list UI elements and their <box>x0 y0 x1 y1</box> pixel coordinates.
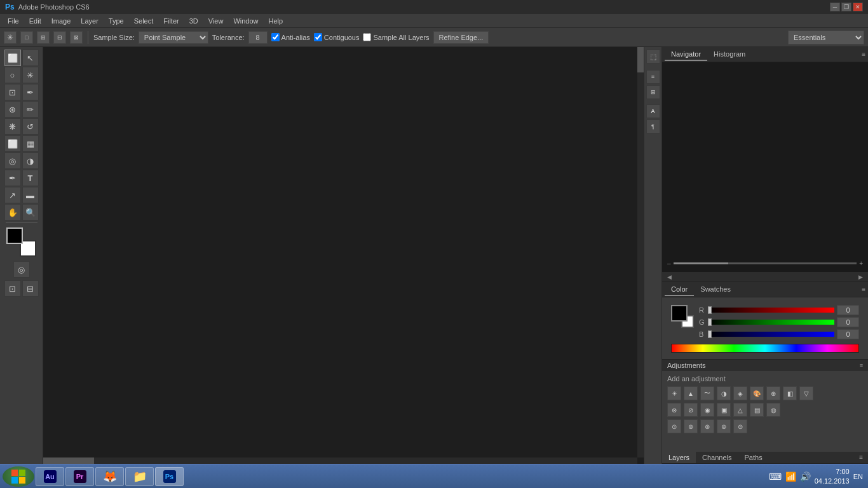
menu-image[interactable]: Image <box>46 16 76 26</box>
screen-mode-tool[interactable]: ⊡ <box>4 280 21 297</box>
tab-channels[interactable]: Channels <box>696 452 738 463</box>
close-button[interactable]: ✕ <box>853 3 863 11</box>
menu-filter[interactable]: Filter <box>158 16 184 26</box>
frame-tool[interactable]: ⊟ <box>22 280 39 297</box>
adj-posterize[interactable]: ▣ <box>717 403 731 417</box>
adjustments-header[interactable]: Adjustments ≡ <box>662 360 868 371</box>
taskbar-firefox[interactable]: 🦊 <box>95 467 124 486</box>
taskbar-filemanager[interactable]: 📁 <box>125 467 154 486</box>
spot-healing-tool[interactable]: ⊛ <box>4 101 21 118</box>
blur-tool[interactable]: ◎ <box>4 152 21 169</box>
adj-icon-c[interactable]: ⊛ <box>700 419 714 433</box>
contiguous-check[interactable]: Contiguous <box>314 33 360 41</box>
taskbar-audition[interactable]: Au <box>36 467 64 486</box>
blue-input[interactable]: 0 <box>837 329 859 339</box>
nav-arrow-right[interactable]: ▶ <box>858 274 863 280</box>
tab-paths[interactable]: Paths <box>738 452 769 463</box>
adj-gradmap[interactable]: ▤ <box>750 403 764 417</box>
adj-exposure[interactable]: ◑ <box>717 386 731 400</box>
menu-layer[interactable]: Layer <box>76 16 104 26</box>
adj-icon-d[interactable]: ⊜ <box>717 419 731 433</box>
layers-expand[interactable]: ≡ <box>854 452 868 463</box>
scrollbar-v-thumb[interactable] <box>637 47 644 72</box>
subtract-selection-icon[interactable]: ⊟ <box>53 31 66 44</box>
adj-brightness[interactable]: ☀ <box>667 386 681 400</box>
move-tool[interactable]: ↖ <box>22 50 39 66</box>
adj-levels[interactable]: ▲ <box>684 386 698 400</box>
gradient-tool[interactable]: ▦ <box>22 135 39 152</box>
tolerance-input[interactable] <box>248 31 268 44</box>
vert-btn-1[interactable]: ⬚ <box>646 50 660 64</box>
vert-btn-5[interactable]: ¶ <box>646 119 660 133</box>
adj-colorbalance[interactable]: ⊕ <box>766 386 780 400</box>
taskbar-photoshop[interactable]: Ps <box>155 467 184 486</box>
eraser-tool[interactable]: ⬜ <box>4 135 21 152</box>
green-slider-thumb[interactable] <box>708 318 712 326</box>
adj-icon-e[interactable]: ⊝ <box>733 419 747 433</box>
menu-3d[interactable]: 3D <box>184 16 203 26</box>
blue-slider-thumb[interactable] <box>708 330 712 338</box>
adj-hsl[interactable]: 🎨 <box>750 386 764 400</box>
intersect-selection-icon[interactable]: ⊠ <box>70 31 83 44</box>
color-fg-swatch[interactable] <box>671 305 688 322</box>
quick-select-tool[interactable]: ✳ <box>22 67 39 83</box>
adj-icon-b[interactable]: ⊚ <box>684 419 698 433</box>
crop-tool[interactable]: ⊡ <box>4 84 21 100</box>
adj-channelmixer[interactable]: ⊗ <box>667 403 681 417</box>
history-brush-tool[interactable]: ↺ <box>22 118 39 135</box>
green-slider[interactable] <box>708 320 834 325</box>
red-slider-thumb[interactable] <box>708 306 712 314</box>
pen-tool[interactable]: ✒ <box>4 170 21 186</box>
lasso-tool[interactable]: ○ <box>4 67 21 83</box>
adj-vibrance[interactable]: ◈ <box>733 386 747 400</box>
sample-size-select[interactable]: Point Sample 3 by 3 Average 5 by 5 Avera… <box>139 31 208 44</box>
brush-tool[interactable]: ✏ <box>22 101 39 118</box>
canvas-scrollbar-v[interactable] <box>637 47 644 458</box>
canvas-scrollbar-h[interactable] <box>43 458 637 464</box>
blue-slider[interactable] <box>708 332 834 337</box>
hand-tool[interactable]: ✋ <box>4 204 21 220</box>
tab-color[interactable]: Color <box>665 283 694 296</box>
clone-stamp-tool[interactable]: ❋ <box>4 118 21 135</box>
taskbar-premiere[interactable]: Pr <box>65 467 94 486</box>
red-input[interactable]: 0 <box>837 305 859 315</box>
title-controls[interactable]: ─ ❐ ✕ <box>830 3 863 11</box>
start-button[interactable] <box>3 466 34 487</box>
tab-navigator[interactable]: Navigator <box>665 48 707 61</box>
menu-window[interactable]: Window <box>228 16 263 26</box>
menu-edit[interactable]: Edit <box>24 16 46 26</box>
nav-zoom-in[interactable]: + <box>859 260 863 267</box>
magic-wand-options-icon[interactable]: ✳ <box>4 31 17 44</box>
tab-histogram[interactable]: Histogram <box>707 48 752 61</box>
scrollbar-h-thumb[interactable] <box>43 458 94 464</box>
adj-threshold[interactable]: △ <box>733 403 747 417</box>
adj-bw[interactable]: ◧ <box>783 386 797 400</box>
nav-zoom-out[interactable]: – <box>667 260 671 267</box>
dodge-tool[interactable]: ◑ <box>22 152 39 169</box>
minimize-button[interactable]: ─ <box>830 3 840 11</box>
workspace-select[interactable]: Essentials Design Photography <box>788 30 864 44</box>
system-clock[interactable]: 7:00 04.12.2013 <box>815 467 850 485</box>
vert-btn-2[interactable]: ≡ <box>646 70 660 84</box>
adj-icon-a[interactable]: ⊙ <box>667 419 681 433</box>
text-tool[interactable]: T <box>22 170 39 186</box>
menu-file[interactable]: File <box>3 16 24 26</box>
tab-swatches[interactable]: Swatches <box>694 283 737 296</box>
adj-curves[interactable]: 〜 <box>700 386 714 400</box>
adj-colorlookup[interactable]: ⊘ <box>684 403 698 417</box>
vert-btn-3[interactable]: ⊞ <box>646 85 660 99</box>
menu-type[interactable]: Type <box>104 16 129 26</box>
nav-arrow-left[interactable]: ◀ <box>667 274 672 280</box>
menu-select[interactable]: Select <box>129 16 159 26</box>
adj-photofilter[interactable]: ▽ <box>799 386 813 400</box>
zoom-tool[interactable]: 🔍 <box>22 204 39 220</box>
color-panel-expand[interactable]: ≡ <box>862 286 865 293</box>
color-spectrum[interactable] <box>671 344 859 353</box>
sample-all-layers-check[interactable]: Sample All Layers <box>363 33 429 41</box>
tab-layers[interactable]: Layers <box>662 452 696 463</box>
navigator-panel-expand[interactable]: ≡ <box>862 51 865 58</box>
marquee-tool[interactable]: ⬜ <box>4 50 21 66</box>
vert-btn-4[interactable]: A <box>646 104 660 118</box>
refine-edge-button[interactable]: Refine Edge... <box>433 31 489 44</box>
red-slider[interactable] <box>708 308 834 313</box>
